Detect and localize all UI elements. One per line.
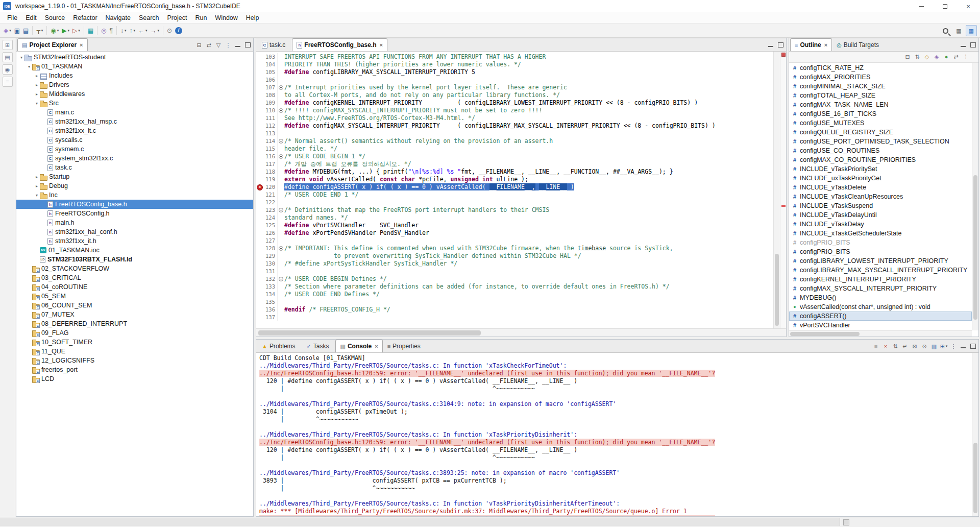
code-line[interactable]: 129 to prevent overwriting SysTick_Handl…: [256, 252, 773, 260]
menu-run[interactable]: Run: [191, 12, 211, 23]
forward-button[interactable]: →▾: [149, 25, 161, 36]
terminate-button[interactable]: ■: [871, 342, 880, 351]
code-line[interactable]: 128/* IMPORTANT: This define is commente…: [256, 245, 773, 252]
back-button[interactable]: ←▾: [137, 25, 149, 36]
tree-item-stm32f1xx-it-h[interactable]: hstm32f1xx_it.h: [16, 236, 253, 246]
tree-item-main-c[interactable]: Cmain.c: [16, 108, 253, 117]
scroll-lock-button[interactable]: ⇅: [891, 342, 900, 351]
outline-item-include-vtaskcleanupresources[interactable]: #INCLUDE_vTaskCleanUpResources: [789, 192, 972, 201]
code-line[interactable]: 108to all Cortex-M ports, and do not rel…: [256, 91, 773, 99]
tree-item-syscalls-c[interactable]: Csyscalls.c: [16, 135, 253, 145]
console-tab-console[interactable]: ▥Console×: [335, 340, 382, 352]
tree-item-06-count-sem[interactable]: C06_COUNT_SEM: [16, 301, 253, 310]
outline-item-include-vtaskdelayuntil[interactable]: #INCLUDE_vTaskDelayUntil: [789, 210, 972, 220]
menu-project[interactable]: Project: [163, 12, 191, 23]
menu-refactor[interactable]: Refactor: [69, 12, 101, 23]
expander-icon[interactable]: ▾: [26, 64, 32, 69]
tree-item-07-mutex[interactable]: C07_MUTEX: [16, 310, 253, 319]
expander-icon[interactable]: ▸: [34, 184, 40, 188]
tree-item-03-critical[interactable]: C03_CRITICAL: [16, 273, 253, 282]
hide-static-members-button[interactable]: ◈: [932, 53, 941, 62]
outline-item-configminimal-stack-size[interactable]: #configMINIMAL_STACK_SIZE: [789, 82, 972, 91]
menu-file[interactable]: File: [3, 12, 21, 23]
link-with-editor-button[interactable]: ⇄: [204, 40, 213, 50]
new-wizard-button[interactable]: ◈▾: [2, 25, 13, 36]
console-tab-tasks[interactable]: ✓Tasks: [302, 340, 336, 352]
expander-icon[interactable]: ▾: [34, 101, 40, 106]
outline-item-configprio-bits[interactable]: #configPRIO_BITS: [789, 238, 972, 247]
outline-item-configlibrary-lowest-interrupt-priority[interactable]: #configLIBRARY_LOWEST_INTERRUPT_PRIORITY: [789, 256, 972, 266]
tree-item-sysmem-c[interactable]: Csysmem.c: [16, 145, 253, 154]
tree-item-freertosconfig-base-h[interactable]: hFreeRTOSConfig_base.h: [16, 200, 253, 209]
code-line[interactable]: 130/* #define xPortSysTickHandler SysTic…: [256, 260, 773, 268]
fold-collapse-icon[interactable]: [279, 246, 283, 251]
code-line[interactable]: 133/* Section where parameter definition…: [256, 283, 773, 291]
minimize-view-button[interactable]: [233, 40, 242, 50]
tree-item-drivers[interactable]: ▸Drivers: [16, 80, 253, 89]
editor-vertical-scrollbar-thumb[interactable]: [775, 254, 779, 326]
outline-item-configprio-bits[interactable]: #configPRIO_BITS: [789, 247, 972, 256]
tree-item-08-deferred-interrupt[interactable]: C08_DEFERRED_INTERRUPT: [16, 319, 253, 328]
previous-annotation-button[interactable]: ↑▾: [128, 25, 137, 36]
console-output[interactable]: CDT Build Console [01_TASKMAN]../Middlew…: [256, 353, 972, 516]
collapse-all-button[interactable]: ⊟: [194, 40, 204, 50]
tree-item-main-h[interactable]: hmain.h: [16, 218, 253, 227]
menu-help[interactable]: Help: [242, 12, 263, 23]
next-annotation-button[interactable]: ↓▾: [119, 25, 128, 36]
outline-item-configmax-co-routine-priorities[interactable]: #configMAX_CO_ROUTINE_PRIORITIES: [789, 155, 972, 164]
code-line[interactable]: 126#define xPortPendSVHandler PendSV_Han…: [256, 229, 773, 237]
code-line[interactable]: 132/* USER CODE BEGIN Defines */: [256, 275, 773, 283]
code-line[interactable]: 131: [256, 268, 773, 275]
outline-item-include-vtaskdelete[interactable]: #INCLUDE_vTaskDelete: [789, 183, 972, 192]
outline-item-configmax-priorities[interactable]: #configMAX_PRIORITIES: [789, 73, 972, 82]
editor-tab-task-c[interactable]: Ctask.c: [257, 38, 292, 51]
remove-console-button[interactable]: ×: [881, 342, 890, 351]
editor-horizontal-scrollbar-thumb[interactable]: [258, 330, 481, 336]
outline-item-vassertcalled-const-char-unsigned-int-void[interactable]: ●vAssertCalled(const char*, unsigned int…: [789, 302, 972, 312]
outline-item-mydebug[interactable]: #MYDEBUG(): [789, 293, 972, 302]
code-line[interactable]: 114/* Normal assert() semantics without …: [256, 137, 773, 145]
outline-item-include-vtasksuspend[interactable]: #INCLUDE_vTaskSuspend: [789, 201, 972, 210]
close-button[interactable]: ×: [957, 0, 980, 12]
outline-item-configtotal-heap-size[interactable]: #configTOTAL_HEAP_SIZE: [789, 91, 972, 100]
collapse-all-button[interactable]: ⊟: [903, 53, 912, 62]
code-line[interactable]: 103INTERRUPT SAFE FREERTOS API FUNCTIONS…: [256, 53, 773, 61]
fold-collapse-icon[interactable]: [279, 85, 283, 90]
code-line[interactable]: 117/* 개발 중에 트랩 오류를 정의하십시오. */: [256, 160, 773, 168]
outline-item-configlibrary-max-syscall-interrupt-priority[interactable]: #configLIBRARY_MAX_SYSCALL_INTERRUPT_PRI…: [789, 266, 972, 275]
debug-button[interactable]: ◉▾: [49, 25, 60, 36]
code-line[interactable]: 118#define MYDEBUG(fmt, ...) { printf("\…: [256, 168, 773, 176]
tree-item-src[interactable]: ▾Src: [16, 99, 253, 108]
maximize-view-button[interactable]: [243, 40, 252, 50]
maximize-view-button[interactable]: [968, 40, 977, 50]
minimize-view-button[interactable]: [959, 40, 968, 50]
expander-icon[interactable]: ▸: [34, 92, 40, 97]
expander-icon[interactable]: ▾: [18, 55, 24, 60]
outline-item-configassert[interactable]: #configASSERT(): [789, 312, 972, 321]
code-line[interactable]: 136#endif /* FREERTOS_CONFIG_H */: [256, 306, 773, 314]
tree-item-includes[interactable]: ▸Includes: [16, 71, 253, 80]
menu-edit[interactable]: Edit: [21, 12, 41, 23]
code-line[interactable]: 106: [256, 76, 773, 84]
code-line[interactable]: 137: [256, 314, 773, 321]
save-button[interactable]: ▣: [13, 25, 21, 36]
maximize-view-button[interactable]: [968, 342, 977, 351]
show-info-button[interactable]: i: [174, 25, 184, 36]
code-line[interactable]: 105#define configLIBRARY_MAX_SYSCALL_INT…: [256, 68, 773, 76]
editor-tab-freertosconfig-base-h[interactable]: hFreeRTOSConfig_base.h×: [292, 38, 387, 51]
open-perspective-button[interactable]: ▦: [953, 25, 964, 36]
fold-collapse-icon[interactable]: [279, 108, 283, 113]
toggle-comment-button[interactable]: ¶: [108, 25, 114, 36]
outline-item-configuse-co-routines[interactable]: #configUSE_CO_ROUTINES: [789, 146, 972, 155]
code-line[interactable]: 113: [256, 130, 773, 137]
menu-navigate[interactable]: Navigate: [102, 12, 135, 23]
menu-window[interactable]: Window: [211, 12, 241, 23]
code-line[interactable]: 122: [256, 199, 773, 206]
outline-item-include-vtaskpriorityset[interactable]: #INCLUDE_vTaskPrioritySet: [789, 164, 972, 174]
display-selected-console-button[interactable]: ▥: [929, 342, 939, 351]
maximize-view-button[interactable]: [776, 40, 785, 50]
code-line[interactable]: 121/* USER CODE END 1 */: [256, 191, 773, 199]
link-with-editor-button[interactable]: ⇄: [951, 53, 961, 62]
word-wrap-button[interactable]: ↵: [900, 342, 910, 351]
tree-item-11-que[interactable]: C11_QUE: [16, 347, 253, 356]
